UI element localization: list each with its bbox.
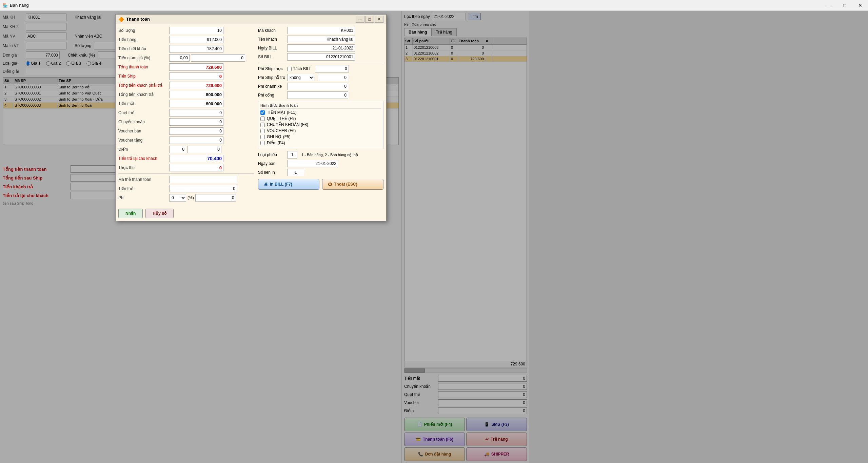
tien-mat-checkbox[interactable] bbox=[260, 110, 265, 115]
ghi-no-checkbox-row: GHI NỢ (F5) bbox=[260, 134, 381, 139]
quet-the-dialog-label: Quẹt thẻ bbox=[118, 110, 169, 115]
voucher-tang-input[interactable] bbox=[169, 136, 223, 144]
ma-khach-label: Mã khách bbox=[258, 28, 285, 33]
phi-chanh-xe-input[interactable] bbox=[287, 83, 348, 90]
so-lien-in-input[interactable] bbox=[287, 169, 304, 176]
phi-pct-label: (%) bbox=[188, 195, 194, 200]
tien-mat-dialog-row: Tiền mặt bbox=[118, 100, 254, 107]
tong-tt-input[interactable] bbox=[169, 63, 223, 71]
tien-hang-row: Tiền hàng bbox=[118, 36, 254, 43]
ngay-ban-input[interactable] bbox=[287, 160, 338, 167]
ma-the-label: Mã thẻ thanh toán bbox=[118, 177, 169, 182]
tien-hang-input[interactable] bbox=[169, 36, 223, 43]
quet-the-checkbox-row: QUẸT THẺ (F9) bbox=[260, 116, 381, 121]
diem-value-input[interactable] bbox=[188, 146, 221, 153]
maximize-button[interactable]: □ bbox=[837, 0, 852, 11]
phi-ship-thuc-input[interactable] bbox=[315, 65, 349, 72]
so-luong-dialog-label: Số lượng bbox=[118, 28, 169, 33]
hinh-thuc-tt-section: Hình thức thanh toán TIỀN MẶT (F11) QUẸT… bbox=[258, 101, 383, 149]
ten-khach-row: Tên khách bbox=[258, 36, 383, 43]
print-icon: 🖨 bbox=[264, 182, 268, 187]
chuyen-khoan-dialog-label: Chuyển khoản bbox=[118, 120, 169, 124]
chuyen-khoan-checkbox-row: CHUYỂN KHOẢN (F8) bbox=[260, 122, 381, 127]
dialog-icon: 🔶 bbox=[118, 17, 124, 22]
quet-the-dialog-input[interactable] bbox=[169, 109, 223, 117]
chuyen-khoan-dialog-row: Chuyển khoản bbox=[118, 118, 254, 126]
tong-khach-phai-tra-row: Tổng tiền khách phải trả bbox=[118, 82, 254, 89]
dialog-minimize-btn[interactable]: — bbox=[356, 16, 364, 23]
phi-ship-thuc-label: Phí Ship thực bbox=[258, 66, 285, 71]
so-bill-label: Số BILL bbox=[258, 55, 285, 59]
tong-khach-tra-label: Tổng tiền khách trả bbox=[118, 92, 169, 97]
phi-ship-ho-tro-input[interactable] bbox=[318, 74, 348, 81]
dialog-close-btn[interactable]: ✕ bbox=[375, 16, 383, 23]
tien-chiet-khau-label: Tiền chiết khấu bbox=[118, 46, 169, 51]
dialog-action-buttons: 🖨 In BILL (F7) ⏻ Thoát (ESC) bbox=[258, 179, 383, 190]
phi-cong-input[interactable] bbox=[287, 91, 348, 99]
voucher-checkbox[interactable] bbox=[260, 129, 265, 133]
tong-khach-tra-input[interactable] bbox=[169, 91, 223, 98]
tien-giam-pct-input[interactable] bbox=[169, 54, 190, 62]
app-title: Bán hàng bbox=[10, 3, 29, 8]
ngay-bill-input[interactable] bbox=[287, 44, 355, 52]
tach-bill-checkbox[interactable] bbox=[287, 67, 292, 71]
tien-mat-dialog-label: Tiền mặt bbox=[118, 101, 169, 106]
loai-phieu-row: Loại phiếu 1 - Bán hàng, 2 - Bán hàng nộ… bbox=[258, 151, 383, 159]
tien-mat-dialog-input[interactable] bbox=[169, 100, 223, 107]
tien-ship-row: Tiền Ship bbox=[118, 72, 254, 80]
tien-giam-label: Tiền giảm giá (%) bbox=[118, 56, 169, 60]
minimize-button[interactable]: — bbox=[821, 0, 837, 11]
chuyen-khoan-dialog-input[interactable] bbox=[169, 118, 223, 126]
thoat-button[interactable]: ⏻ Thoát (ESC) bbox=[322, 179, 383, 190]
chuyen-khoan-checkbox[interactable] bbox=[260, 123, 265, 127]
ma-khach-input[interactable] bbox=[287, 27, 355, 34]
voucher-ban-input[interactable] bbox=[169, 127, 223, 135]
tien-ship-input[interactable] bbox=[169, 72, 223, 80]
diem-checkbox[interactable] bbox=[260, 141, 265, 145]
tong-khach-phai-tra-label: Tổng tiền khách phải trả bbox=[118, 83, 169, 88]
tien-giam-row: Tiền giảm giá (%) bbox=[118, 54, 254, 62]
so-luong-dialog-input[interactable] bbox=[169, 27, 223, 34]
so-lien-in-row: Số liên in bbox=[258, 169, 383, 176]
diem-pts-input[interactable] bbox=[169, 146, 186, 153]
ten-khach-label: Tên khách bbox=[258, 37, 285, 42]
ma-the-input[interactable] bbox=[169, 176, 237, 183]
tien-the-input[interactable] bbox=[169, 185, 237, 192]
tong-khach-tra-row: Tổng tiền khách trả bbox=[118, 91, 254, 98]
tien-giam-input[interactable] bbox=[191, 54, 245, 62]
thuc-thu-input[interactable] bbox=[169, 164, 223, 171]
dialog-footer: Nhận Hủy bỏ bbox=[116, 206, 386, 221]
so-bill-row: Số BILL bbox=[258, 53, 383, 61]
tien-tra-lai-dialog-input[interactable] bbox=[169, 155, 223, 162]
tien-chiet-khau-input[interactable] bbox=[169, 45, 223, 52]
modal-overlay: 🔶 Thanh toán — □ ✕ Số lượng Tiền hà bbox=[0, 11, 868, 463]
dialog-maximize-btn[interactable]: □ bbox=[365, 16, 374, 23]
quet-the-checkbox[interactable] bbox=[260, 117, 265, 121]
tong-khach-phai-tra-input[interactable] bbox=[169, 82, 223, 89]
tien-tra-lai-dialog-label: Tiền trả lại cho khách bbox=[118, 156, 169, 161]
nhan-button[interactable]: Nhận bbox=[118, 209, 143, 218]
huy-bo-button[interactable]: Hủy bỏ bbox=[145, 209, 174, 218]
tien-the-label: Tiền thẻ bbox=[118, 186, 169, 191]
phi-cong-row: Phí cổng bbox=[258, 91, 383, 99]
phi-ship-thuc-row: Phí Ship thực Tách BILL bbox=[258, 65, 383, 72]
phi-select[interactable]: 0 bbox=[169, 194, 186, 202]
tien-ship-label: Tiền Ship bbox=[118, 74, 169, 79]
window-controls: — □ ✕ bbox=[821, 0, 868, 11]
so-bill-input[interactable] bbox=[287, 53, 355, 61]
tach-bill-label: Tách BILL bbox=[287, 66, 312, 71]
loai-phieu-input[interactable] bbox=[287, 151, 297, 159]
phi-cong-label: Phí cổng bbox=[258, 93, 285, 98]
phi-ship-ho-tro-row: Phí Ship hỗ trợ không bbox=[258, 74, 383, 81]
ten-khach-input[interactable] bbox=[287, 36, 355, 43]
phi-ship-ho-tro-select[interactable]: không bbox=[287, 74, 314, 81]
ghi-no-checkbox[interactable] bbox=[260, 135, 265, 139]
tien-the-row: Tiền thẻ bbox=[118, 185, 254, 192]
dialog-title-bar: 🔶 Thanh toán — □ ✕ bbox=[116, 15, 386, 24]
ngay-bill-row: Ngày BILL bbox=[258, 44, 383, 52]
title-bar: 🏪 Bán hàng — □ ✕ bbox=[0, 0, 868, 11]
in-bill-button[interactable]: 🖨 In BILL (F7) bbox=[258, 179, 319, 190]
phi-pct-input[interactable] bbox=[195, 194, 236, 202]
close-button[interactable]: ✕ bbox=[852, 0, 868, 11]
phi-ship-ho-tro-label: Phí Ship hỗ trợ bbox=[258, 75, 285, 80]
